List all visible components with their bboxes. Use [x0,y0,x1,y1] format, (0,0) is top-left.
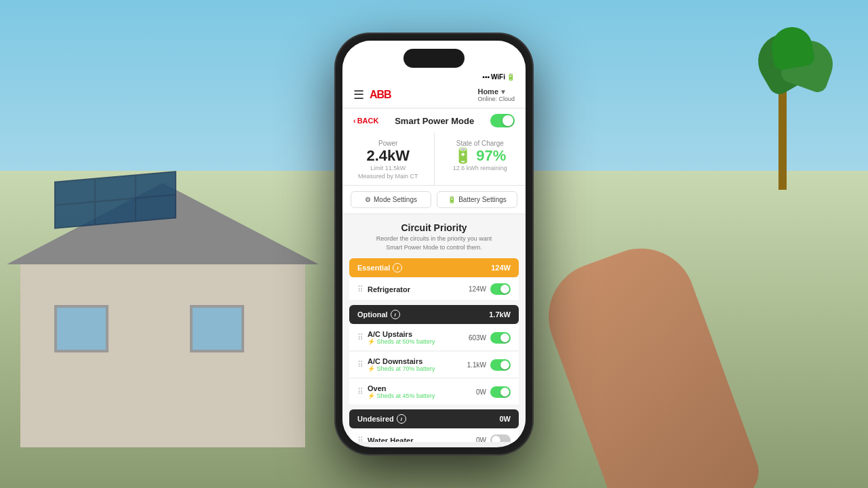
circuit-priority-desc: Reorder the circuits in the priority you… [353,235,515,251]
circuit-priority-section: Circuit Priority Reorder the circuits in… [342,214,526,254]
abb-logo: ABB [370,89,391,101]
wifi-icon: WiFi [491,73,505,81]
back-chevron-icon: ‹ [353,117,356,125]
content-scroll[interactable]: ‹ BACK Smart Power Mode Power 2.4kW Limi… [342,108,526,442]
online-status: Online: Cloud [477,96,515,102]
toggle-knob [502,115,513,126]
essential-label: Essential i [357,263,402,272]
soc-card: State of Charge 🔋 97% 12.6 kWh remaining [435,133,526,185]
ac-upstairs-toggle[interactable] [490,332,511,344]
dropdown-arrow-icon[interactable]: ▼ [500,88,507,96]
essential-category-bar: Essential i 124W [349,258,519,277]
ac-downstairs-item: ⠿ A/C Downstairs ⚡ Sheds at 70% battery … [349,352,519,378]
header-left: ☰ ABB [353,87,391,102]
title-bar: ‹ BACK Smart Power Mode [342,108,526,133]
soc-label: State of Charge [446,140,515,147]
house [20,258,305,447]
toggle-knob [500,361,509,369]
mode-settings-label: Mode Settings [374,196,417,203]
refrigerator-right: 124W [469,283,511,295]
smart-power-toggle[interactable] [490,114,515,127]
ac-upstairs-power: 603W [469,334,486,342]
toggle-knob [500,285,509,293]
refrigerator-left: ⠿ Refrigerator [357,285,469,294]
back-label: BACK [357,117,379,125]
battery-status-icon: 🔋 [507,73,515,81]
phone-container: ▪▪▪ WiFi 🔋 ☰ ABB Home ▼ Online: Clou [336,34,532,454]
toggle-knob [500,333,509,342]
undesired-text: Undesired [357,415,394,423]
refrigerator-info: Refrigerator [368,285,410,293]
water-heater-power: 0W [476,436,486,442]
signal-icon: ▪▪▪ [482,73,490,81]
mode-settings-button[interactable]: ⚙ Mode Settings [351,191,431,208]
refrigerator-item: ⠿ Refrigerator 124W [349,278,519,301]
phone-screen: ▪▪▪ WiFi 🔋 ☰ ABB Home ▼ Online: Clou [342,41,526,447]
page-title: Smart Power Mode [395,116,474,126]
optional-text: Optional [357,310,388,319]
water-heater-info: Water Heater [368,436,413,442]
essential-info-icon[interactable]: i [393,263,402,272]
oven-sub: ⚡ Sheds at 45% battery [368,392,435,399]
ac-downstairs-name: A/C Downstairs [368,357,435,365]
drag-handle-icon[interactable]: ⠿ [357,333,363,342]
oven-left: ⠿ Oven ⚡ Sheds at 45% battery [357,384,476,399]
refrigerator-name: Refrigerator [368,285,410,293]
undesired-power: 0W [500,415,511,423]
water-heater-right: 0W [476,434,511,442]
drag-handle-icon[interactable]: ⠿ [357,285,363,294]
refrigerator-power: 124W [469,285,486,293]
battery-settings-button[interactable]: 🔋 Battery Settings [437,191,517,208]
undesired-info-icon[interactable]: i [397,414,406,424]
ac-downstairs-right: 1.1kW [467,359,511,371]
ac-downstairs-left: ⠿ A/C Downstairs ⚡ Sheds at 70% battery [357,357,467,372]
oven-item: ⠿ Oven ⚡ Sheds at 45% battery 0W [349,379,519,405]
ac-downstairs-info: A/C Downstairs ⚡ Sheds at 70% battery [368,357,435,372]
phone: ▪▪▪ WiFi 🔋 ☰ ABB Home ▼ Online: Clou [336,34,532,454]
power-measured: Measured by Main CT [353,173,423,180]
oven-power: 0W [476,388,486,396]
battery-indicator-icon: 🔋 [454,147,472,164]
home-label: Home [477,87,498,96]
toggle-knob [500,388,509,396]
power-cards: Power 2.4kW Limit 11.5kW Measured by Mai… [342,133,526,186]
ac-downstairs-toggle[interactable] [490,359,511,371]
oven-toggle[interactable] [490,386,511,398]
menu-icon[interactable]: ☰ [353,87,364,102]
drag-handle-icon[interactable]: ⠿ [357,360,363,369]
dynamic-island [403,49,465,68]
settings-row: ⚙ Mode Settings 🔋 Battery Settings [342,186,526,214]
optional-category-bar: Optional i 1.7kW [349,305,519,324]
power-value: 2.4kW [353,148,423,163]
power-card: Power 2.4kW Limit 11.5kW Measured by Mai… [342,133,435,185]
mode-settings-icon: ⚙ [365,196,371,203]
drag-handle-icon[interactable]: ⠿ [357,436,363,442]
ac-downstairs-sub: ⚡ Sheds at 70% battery [368,365,435,372]
ac-upstairs-info: A/C Upstairs ⚡ Sheds at 50% battery [368,330,435,345]
ac-upstairs-name: A/C Upstairs [368,330,435,338]
ac-upstairs-left: ⠿ A/C Upstairs ⚡ Sheds at 50% battery [357,330,469,345]
power-label: Power [353,140,423,147]
water-heater-name: Water Heater [368,436,413,442]
back-button[interactable]: ‹ BACK [353,117,378,125]
ac-upstairs-sub: ⚡ Sheds at 50% battery [368,338,435,345]
water-heater-left: ⠿ Water Heater [357,436,476,442]
circuit-priority-title: Circuit Priority [353,222,515,233]
optional-info-icon[interactable]: i [391,310,400,319]
ac-upstairs-item: ⠿ A/C Upstairs ⚡ Sheds at 50% battery 60… [349,325,519,351]
essential-text: Essential [357,264,390,272]
optional-power: 1.7kW [489,310,511,319]
undesired-label: Undesired i [357,414,406,424]
ac-downstairs-power: 1.1kW [467,361,486,369]
window-left [54,305,108,352]
water-heater-item: ⠿ Water Heater 0W [349,429,519,442]
optional-label: Optional i [357,310,400,319]
oven-name: Oven [368,384,435,392]
soc-remaining: 12.6 kWh remaining [446,165,515,171]
refrigerator-toggle[interactable] [490,283,511,295]
drag-handle-icon[interactable]: ⠿ [357,387,363,396]
water-heater-toggle[interactable] [490,434,511,442]
essential-power: 124W [491,264,511,272]
oven-info: Oven ⚡ Sheds at 45% battery [368,384,435,399]
undesired-category-bar: Undesired i 0W [349,409,519,428]
